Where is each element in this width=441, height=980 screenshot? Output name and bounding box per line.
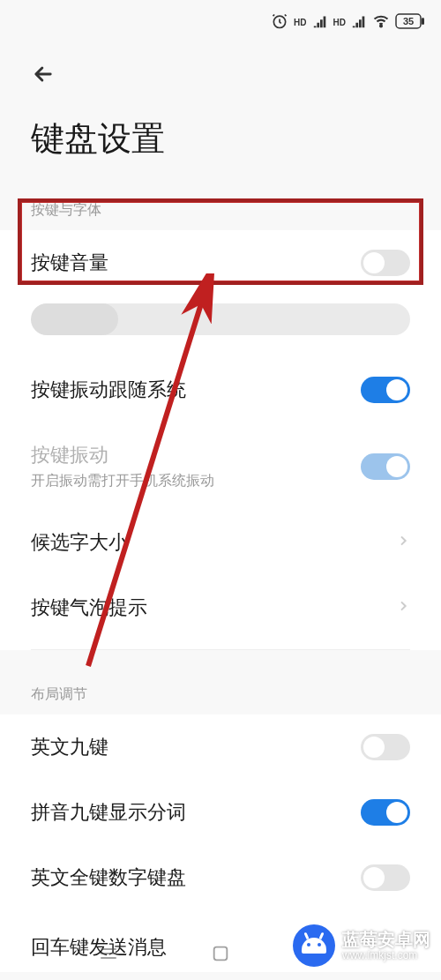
row-en-nine[interactable]: 英文九键 (0, 714, 441, 780)
toggle-en-nine[interactable] (361, 734, 410, 760)
toggle-pinyin-split[interactable] (361, 799, 410, 826)
page-title: 键盘设置 (0, 99, 441, 192)
svg-text:35: 35 (403, 16, 414, 26)
row-pinyin-split[interactable]: 拼音九键显示分词 (0, 780, 441, 845)
watermark-title: 蓝莓安卓网 (342, 930, 430, 950)
chevron-right-icon (396, 599, 410, 617)
label-en-nine: 英文九键 (31, 734, 108, 760)
label-bubble-tip: 按键气泡提示 (31, 595, 147, 621)
svg-rect-3 (422, 18, 424, 25)
recents-button[interactable] (97, 942, 120, 965)
row-bubble-tip[interactable]: 按键气泡提示 (0, 575, 441, 640)
row-volume-slider (0, 295, 441, 357)
home-button[interactable] (209, 942, 232, 965)
status-bar: HD HD 35 (0, 0, 441, 44)
signal-icon-2 (351, 13, 367, 32)
label-candidate-size: 候选字大小 (31, 529, 128, 556)
signal-hd-icon-2: HD (333, 18, 346, 27)
toggle-vibrate (361, 453, 410, 480)
toggle-en-full-num[interactable] (361, 864, 410, 891)
row-vibrate: 按键振动 开启振动需打开手机系统振动 (0, 423, 441, 510)
watermark-url: www.lmkjst.com (342, 950, 430, 962)
label-vibrate: 按键振动 (31, 442, 214, 468)
watermark: 蓝莓安卓网 www.lmkjst.com (293, 924, 430, 967)
back-button[interactable] (0, 44, 441, 99)
battery-icon: 35 (395, 13, 425, 32)
toggle-vibrate-system[interactable] (361, 377, 410, 403)
back-arrow-icon (31, 62, 56, 86)
label-vibrate-system: 按键振动跟随系统 (31, 377, 186, 403)
sublabel-vibrate: 开启振动需打开手机系统振动 (31, 472, 214, 490)
volume-slider[interactable] (31, 303, 410, 335)
svg-point-1 (380, 25, 382, 26)
row-vibrate-system[interactable]: 按键振动跟随系统 (0, 357, 441, 423)
toggle-key-volume[interactable] (361, 250, 410, 276)
row-en-full-num[interactable]: 英文全键数字键盘 (0, 845, 441, 910)
section-header-keys-font: 按键与字体 (0, 192, 441, 230)
wifi-icon (372, 12, 390, 33)
watermark-android-icon (293, 924, 335, 967)
label-pinyin-split: 拼音九键显示分词 (31, 799, 186, 826)
divider (31, 649, 410, 650)
signal-icon-1 (312, 13, 328, 32)
svg-rect-5 (214, 947, 228, 961)
label-key-volume: 按键音量 (31, 250, 108, 276)
alarm-icon (271, 12, 288, 33)
section-header-layout: 布局调节 (0, 677, 441, 714)
row-key-volume[interactable]: 按键音量 (0, 230, 441, 295)
chevron-right-icon (396, 534, 410, 551)
signal-hd-icon: HD (294, 18, 306, 27)
label-en-full-num: 英文全键数字键盘 (31, 864, 186, 891)
row-candidate-size[interactable]: 候选字大小 (0, 510, 441, 575)
settings-group-keys-font: 按键音量 按键振动跟随系统 按键振动 开启振动需打开手机系统振动 候选字大小 按… (0, 230, 441, 650)
